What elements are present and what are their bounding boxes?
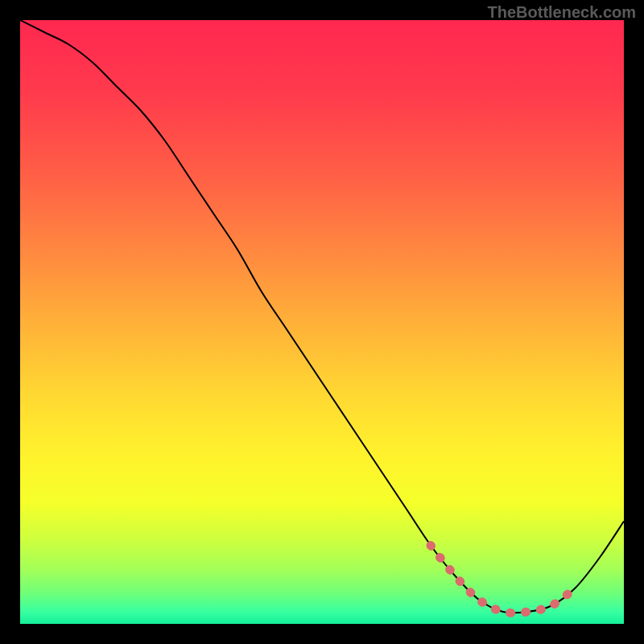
highlight-band (431, 546, 576, 613)
bottleneck-curve (20, 20, 624, 613)
chart-container: TheBottleneck.com (0, 0, 644, 644)
watermark-text: TheBottleneck.com (488, 3, 636, 22)
plot-area (20, 20, 624, 624)
curve-layer (20, 20, 624, 624)
